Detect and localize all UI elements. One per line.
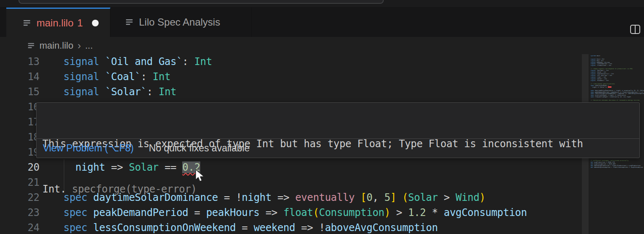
tab-lilo-spec-analysis[interactable]: Lilo Spec Analysis [110,8,252,37]
line-number[interactable]: 19 [0,145,39,160]
vscode-window: main.lilo 1 Lilo Spec Analysis main.lilo… [0,0,644,234]
error-message-line2: Int.specforge(type-error) [42,182,634,197]
file-lines-icon [22,18,31,28]
line-number[interactable]: 13 [0,54,39,69]
line-number[interactable]: 17 [0,114,39,130]
line-number[interactable]: 22 [0,190,39,205]
split-editor-icon[interactable] [630,24,641,35]
code-line[interactable]: 15 signal `Solar`: Int [0,84,644,99]
file-lines-icon [125,18,134,27]
command-center-searchbox[interactable] [18,0,384,4]
minimap-code-top: system mainsignal hour: Intsignal day: I… [591,55,644,101]
minimap-error-marker [608,86,612,88]
tab-main-lilo[interactable]: main.lilo 1 [6,8,110,37]
code-text: signal `Solar`: Int [52,84,176,99]
view-problem-link[interactable]: View Problem (⌥F8) [43,143,134,154]
mouse-cursor-icon [193,169,207,184]
code-text: signal `Coal`: Int [52,69,170,84]
error-message: This expression is expected of type Int … [37,103,639,229]
line-number[interactable]: 23 [0,205,39,220]
code-line[interactable]: 14 signal `Coal`: Int [0,69,644,84]
line-number[interactable]: 21 [0,175,39,190]
chevron-right-icon: › [78,42,81,50]
tooltip-footer: View Problem (⌥F8) No quick fixes availa… [37,138,639,158]
error-source: specforge(type-error) [72,183,197,195]
file-lines-icon [27,42,35,50]
line-number[interactable]: 15 [0,84,39,99]
titlebar [0,0,644,8]
line-number[interactable]: 24 [0,220,39,234]
breadcrumb-file[interactable]: main.lilo [39,40,73,51]
minimap-line: // Deviation between decrease of renewab… [591,100,644,101]
breadcrumb-symbol[interactable]: ... [85,40,93,51]
line-number[interactable]: 20 [0,160,39,175]
code-line[interactable]: 13 signal `Oil and Gas`: Int [0,54,644,69]
code-editor[interactable]: 13 signal `Oil and Gas`: Int14 signal `C… [0,54,644,234]
modified-dot-icon[interactable] [92,20,99,26]
breadcrumb: main.lilo › ... [0,37,644,54]
no-quick-fixes-status: No quick fixes available [149,143,250,154]
tab-bar: main.lilo 1 Lilo Spec Analysis [0,8,644,37]
code-text: signal `Oil and Gas`: Int [52,54,212,69]
tab-error-count-badge: 1 [77,17,83,29]
line-number[interactable]: 18 [0,130,39,145]
error-tooltip: This expression is expected of type Int … [36,102,640,158]
line-number[interactable]: 14 [0,69,39,84]
tab-filename: main.lilo [37,17,73,29]
line-number[interactable]: 16 [0,99,39,114]
tab-title: Lilo Spec Analysis [139,16,220,28]
